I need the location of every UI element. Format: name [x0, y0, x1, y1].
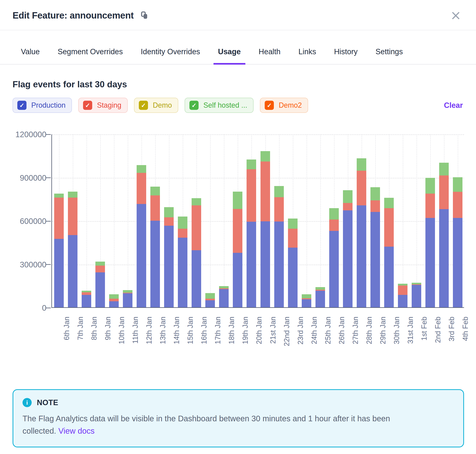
bar-segment-staging [384, 208, 394, 246]
bar-segment-staging [192, 205, 201, 250]
stacked-bar [370, 187, 380, 307]
bar-segment-staging [398, 286, 408, 295]
bar-segment-staging [425, 194, 435, 218]
bar-segment-production [233, 253, 242, 307]
x-gridline [320, 134, 321, 307]
bar-segment-production [82, 295, 91, 307]
x-tick-label: 1st Feb [420, 317, 429, 340]
y-tick-mark [46, 134, 51, 135]
legend-pill-staging[interactable]: ✓Staging [78, 98, 128, 113]
legend-pill-self-hosted[interactable]: ✓Self hosted ... [185, 98, 254, 113]
legend-label: Staging [97, 101, 121, 109]
clear-button[interactable]: Clear [443, 101, 464, 110]
info-icon: i [22, 398, 32, 407]
tab-segment-overrides[interactable]: Segment Overrides [49, 41, 132, 64]
bar-segment-production [329, 231, 339, 307]
x-tick-label: 3rd Feb [447, 317, 456, 341]
view-docs-link[interactable]: View docs [58, 426, 95, 435]
x-tick-label: 26th Jan [337, 317, 346, 344]
tab-usage[interactable]: Usage [209, 41, 250, 64]
bar-segment-production [453, 218, 462, 307]
bar-segment-staging [343, 203, 352, 211]
tab-value[interactable]: Value [12, 41, 49, 64]
legend-pill-demo[interactable]: ✓Demo [134, 98, 178, 113]
bar-segment-self-hosted [261, 151, 270, 161]
stacked-bar [357, 158, 366, 307]
checkbox-checked-icon[interactable]: ✓ [265, 101, 274, 110]
bar-segment-self-hosted [425, 178, 435, 194]
y-tick-mark [46, 308, 51, 308]
bar-segment-self-hosted [82, 291, 91, 293]
bar-segment-production [68, 235, 77, 307]
bar-segment-staging [68, 197, 77, 235]
x-tick-label: 25th Jan [324, 317, 332, 344]
stacked-bar [247, 159, 256, 307]
stacked-bar [233, 192, 242, 307]
bar-segment-staging [329, 219, 339, 231]
bar-segment-staging [164, 217, 174, 226]
chart-title: Flag events for last 30 days [13, 79, 464, 89]
y-tick-label: 300000 [13, 260, 46, 269]
stacked-bar [178, 217, 187, 307]
x-tick-label: 24th Jan [310, 317, 319, 344]
tab-links[interactable]: Links [289, 41, 325, 64]
bar-segment-production [150, 221, 160, 307]
x-tick-label: 17th Jan [213, 317, 222, 344]
note-header: i NOTE [22, 398, 454, 407]
x-gridline [417, 134, 417, 307]
stacked-bar [164, 207, 174, 307]
copy-icon[interactable] [140, 11, 148, 20]
bar-segment-self-hosted [54, 194, 64, 197]
stacked-bar [109, 294, 119, 307]
tab-bar: ValueSegment OverridesIdentity Overrides… [0, 41, 476, 65]
bar-segment-self-hosted [178, 217, 187, 228]
x-tick-label: 20th Jan [255, 317, 264, 344]
legend-pill-production[interactable]: ✓Production [13, 98, 72, 113]
bar-segment-production [398, 295, 408, 307]
bar-segment-production [192, 250, 201, 307]
close-icon[interactable]: × [447, 9, 464, 22]
checkbox-checked-icon[interactable]: ✓ [83, 101, 92, 110]
legend-pill-demo2[interactable]: ✓Demo2 [260, 98, 308, 113]
bar-segment-production [315, 291, 325, 307]
checkbox-checked-icon[interactable]: ✓ [139, 101, 148, 110]
x-tick-label: 31st Jan [406, 317, 415, 344]
stacked-bar [82, 291, 91, 307]
checkbox-checked-icon[interactable]: ✓ [189, 101, 198, 110]
bar-segment-self-hosted [68, 192, 77, 197]
stacked-bar [288, 219, 298, 307]
stacked-bar [329, 208, 339, 307]
x-tick-label: 27th Jan [351, 317, 360, 344]
tab-identity-overrides[interactable]: Identity Overrides [132, 41, 209, 64]
stacked-bar [137, 165, 146, 307]
bar-segment-production [205, 300, 215, 307]
x-tick-label: 28th Jan [365, 317, 374, 344]
bar-segment-staging [233, 209, 242, 253]
bar-segment-self-hosted [274, 186, 284, 197]
bar-segment-production [247, 222, 256, 307]
tab-health[interactable]: Health [250, 41, 290, 64]
y-axis-labels: 03000006000009000001200000 [13, 134, 46, 308]
y-tick-label: 900000 [13, 174, 46, 182]
bar-segment-staging [150, 195, 160, 221]
tab-history[interactable]: History [325, 41, 366, 64]
stacked-bar [95, 262, 105, 307]
checkbox-checked-icon[interactable]: ✓ [17, 101, 27, 110]
bar-segment-staging [54, 197, 64, 239]
stacked-bar [205, 293, 215, 307]
x-tick-label: 18th Jan [227, 317, 236, 344]
x-tick-label: 12th Jan [145, 317, 154, 344]
bar-segment-production [302, 299, 311, 307]
bar-segment-production [109, 301, 119, 307]
note-label: NOTE [37, 398, 58, 407]
x-gridline [87, 134, 87, 307]
bar-segment-staging [178, 229, 187, 238]
stacked-bar [439, 163, 449, 307]
bar-segment-staging [109, 299, 119, 301]
bar-segment-production [274, 221, 284, 307]
bar-segment-self-hosted [192, 198, 201, 205]
bar-segment-production [370, 212, 380, 307]
tab-settings[interactable]: Settings [366, 41, 412, 64]
bar-segment-staging [95, 265, 105, 272]
bar-segment-self-hosted [370, 187, 380, 201]
